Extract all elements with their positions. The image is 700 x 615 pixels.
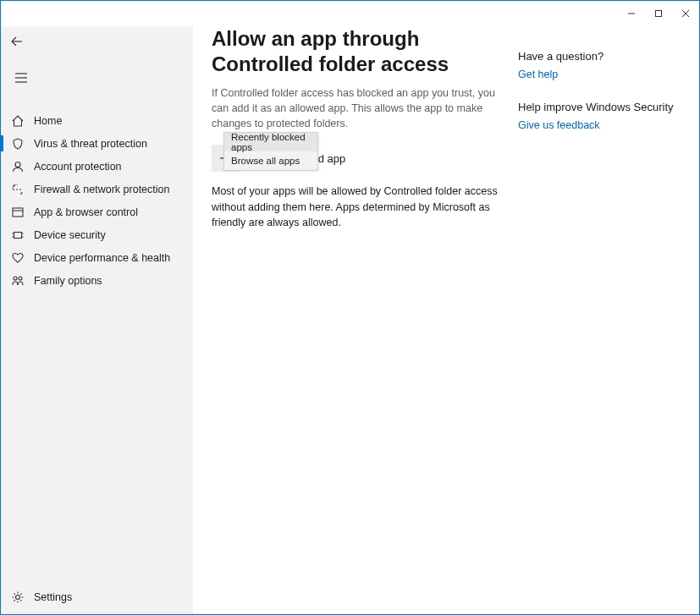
svg-rect-14	[14, 232, 22, 238]
main-area: Allow an app through Controlled folder a…	[193, 26, 699, 614]
nav-item-home[interactable]: Home	[1, 109, 193, 132]
nav-item-family-options[interactable]: Family options	[1, 269, 193, 292]
app-body: Home Virus & threat protection Account p…	[1, 26, 699, 614]
hamburger-button[interactable]	[4, 62, 38, 96]
nav-list: Home Virus & threat protection Account p…	[1, 109, 193, 292]
page-title: Allow an app through Controlled folder a…	[212, 26, 499, 77]
svg-point-20	[19, 277, 22, 280]
question-heading: Have a question?	[518, 50, 699, 63]
svg-point-19	[14, 277, 17, 280]
titlebar	[1, 1, 699, 26]
nav-label: Firewall & network protection	[34, 184, 169, 195]
minimize-button[interactable]	[618, 1, 645, 26]
arrow-left-icon	[10, 35, 24, 51]
windows-security-window: Home Virus & threat protection Account p…	[0, 0, 700, 615]
back-button[interactable]	[4, 30, 30, 55]
feedback-link[interactable]: Give us feedback	[518, 119, 600, 131]
sidebar: Home Virus & threat protection Account p…	[1, 26, 193, 614]
nav-label: Virus & threat protection	[34, 138, 147, 150]
nav-label: Family options	[34, 275, 102, 287]
nav-item-virus-threat[interactable]: Virus & threat protection	[1, 132, 193, 155]
family-icon	[10, 273, 25, 288]
flyout-item-browse-all[interactable]: Browse all apps	[224, 151, 317, 170]
info-text: Most of your apps will be allowed by Con…	[212, 184, 499, 229]
nav-item-app-browser[interactable]: App & browser control	[1, 200, 193, 223]
svg-point-21	[16, 596, 20, 600]
settings-label: Settings	[34, 591, 72, 603]
flyout-item-recently-blocked[interactable]: Recently blocked apps	[224, 133, 317, 151]
maximize-button[interactable]	[645, 1, 672, 26]
nav-label: Device performance & health	[34, 252, 170, 264]
content-column: Allow an app through Controlled folder a…	[212, 26, 508, 614]
nav-item-account-protection[interactable]: Account protection	[1, 155, 193, 178]
nav-item-firewall-network[interactable]: Firewall & network protection	[1, 178, 193, 200]
hamburger-icon	[14, 73, 28, 85]
improve-heading: Help improve Windows Security	[518, 101, 699, 113]
shield-icon	[10, 136, 25, 151]
nav-label: Home	[34, 115, 62, 127]
svg-point-8	[15, 162, 20, 167]
nav-label: Device security	[34, 229, 106, 241]
nav-item-device-security[interactable]: Device security	[1, 223, 193, 246]
add-app-flyout: Recently blocked apps Browse all apps	[223, 132, 318, 171]
nav-label: Account protection	[34, 161, 122, 173]
svg-rect-1	[656, 11, 662, 17]
right-column: Have a question? Get help Help improve W…	[508, 26, 699, 614]
svg-rect-12	[13, 208, 23, 217]
network-icon	[10, 182, 25, 197]
flyout-item-label: Browse all apps	[231, 156, 300, 166]
close-button[interactable]	[672, 1, 699, 26]
home-icon	[10, 113, 25, 129]
nav-item-device-performance[interactable]: Device performance & health	[1, 246, 193, 269]
gear-icon	[10, 590, 25, 605]
chip-icon	[10, 228, 25, 243]
nav-item-settings[interactable]: Settings	[1, 580, 193, 614]
page-description: If Controlled folder access has blocked …	[212, 85, 499, 131]
heart-icon	[10, 250, 25, 266]
person-icon	[10, 159, 25, 174]
nav-label: App & browser control	[34, 206, 138, 218]
app-window-icon	[10, 205, 25, 220]
flyout-item-label: Recently blocked apps	[231, 132, 311, 152]
get-help-link[interactable]: Get help	[518, 69, 558, 80]
